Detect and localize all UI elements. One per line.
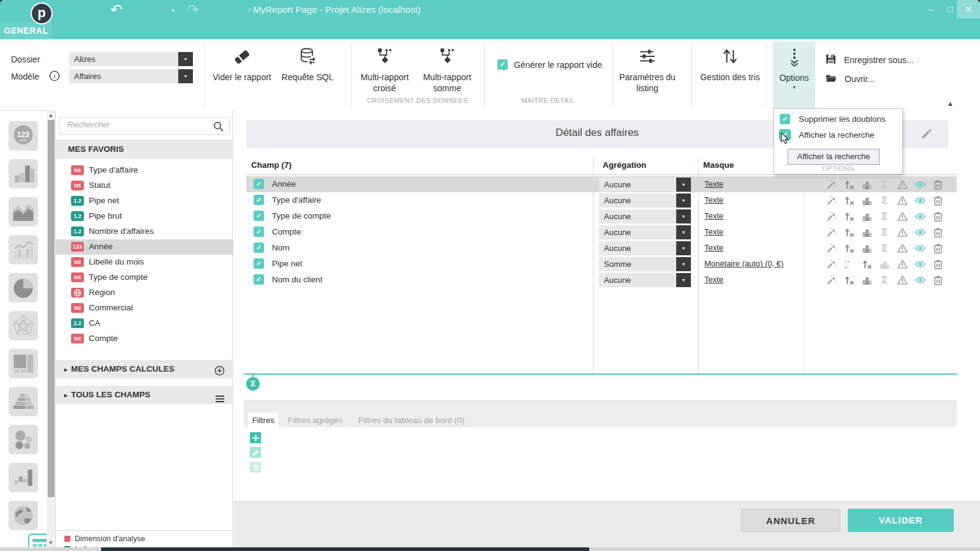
delete-trash-icon[interactable] xyxy=(932,195,943,206)
magic-wand-icon[interactable] xyxy=(826,258,837,269)
field-item[interactable]: txtCommercial xyxy=(56,301,233,316)
aggregation-select[interactable]: Somme▼ xyxy=(599,257,691,271)
delete-trash-icon[interactable] xyxy=(932,179,943,190)
visibility-eye-icon[interactable] xyxy=(914,227,925,238)
sort-remove-icon[interactable] xyxy=(843,179,854,190)
aggregation-select[interactable]: Aucune▼ xyxy=(599,209,691,223)
masque-link[interactable]: Texte xyxy=(704,243,723,252)
search-box[interactable] xyxy=(59,117,230,135)
magic-wand-icon[interactable] xyxy=(826,195,837,206)
ranking-icon[interactable]: 123 xyxy=(861,274,872,285)
row-checkbox[interactable]: ✓ xyxy=(254,227,264,237)
dossier-select-caret-icon[interactable]: ▼ xyxy=(178,52,193,66)
sigma-total-icon[interactable]: Σ xyxy=(246,377,260,391)
field-item[interactable]: 1.2Pipe brut xyxy=(56,209,233,224)
field-item[interactable]: txtType de compte xyxy=(56,270,233,285)
annuler-button[interactable]: ANNULER xyxy=(741,509,840,532)
supprimer-doublons-checkbox[interactable]: ✓ xyxy=(780,114,790,124)
chart-type-area[interactable] xyxy=(9,197,38,227)
chart-type-bubbles[interactable] xyxy=(9,425,38,454)
select-caret-icon[interactable]: ▼ xyxy=(676,193,691,208)
select-caret-icon[interactable]: ▼ xyxy=(676,209,691,223)
delete-trash-icon[interactable] xyxy=(932,242,943,253)
ranking-icon[interactable]: 123 xyxy=(861,179,872,190)
magic-wand-icon[interactable] xyxy=(826,227,837,238)
ribbon-collapse-icon[interactable]: ▲ xyxy=(947,100,954,107)
ranking-icon[interactable]: 123 xyxy=(861,242,872,253)
sigma-icon[interactable]: Σ xyxy=(879,211,890,222)
chart-type-radar[interactable] xyxy=(9,311,38,340)
sort-remove-icon[interactable] xyxy=(861,258,872,269)
ranking-icon[interactable]: 123 xyxy=(861,211,872,222)
select-caret-icon[interactable]: ▼ xyxy=(676,273,691,287)
sigma-icon[interactable]: Σ xyxy=(879,179,890,190)
visibility-eye-icon[interactable] xyxy=(914,258,925,269)
chart-type-waterfall[interactable] xyxy=(9,463,38,492)
table-row[interactable]: ✓Pipe net Somme▼ Monétaire (auto) (0, €)… xyxy=(246,256,957,272)
add-calculated-field-icon[interactable] xyxy=(214,364,225,383)
field-item[interactable]: txtLibellé du mois xyxy=(56,255,233,270)
chart-type-bar[interactable] xyxy=(9,159,38,189)
chart-type-map[interactable] xyxy=(9,501,38,530)
menu-hamburger-icon[interactable] xyxy=(215,391,225,410)
chart-type-combo[interactable] xyxy=(9,235,38,264)
enregistrer-sous-button[interactable]: Enregistrer sous... xyxy=(826,54,914,66)
tab-filtres[interactable]: Filtres xyxy=(248,413,279,428)
scroll-down-icon[interactable]: ▼ xyxy=(47,540,55,545)
visibility-eye-icon[interactable] xyxy=(914,179,925,190)
ranking-icon[interactable]: 123 xyxy=(861,227,872,238)
add-filter-button[interactable] xyxy=(250,432,261,443)
valider-button[interactable]: VALIDER xyxy=(848,509,954,532)
row-checkbox[interactable]: ✓ xyxy=(254,195,264,205)
gestion-tris-button[interactable]: Gestion des tris xyxy=(699,42,761,109)
table-row[interactable]: ✓Année Aucune▼ Texte 123Σ xyxy=(246,176,957,192)
field-item-selected[interactable]: 123Année xyxy=(56,239,233,255)
aggregation-select[interactable]: Aucune▼ xyxy=(599,193,691,208)
field-item[interactable]: Région xyxy=(56,285,233,301)
sort-remove-icon[interactable] xyxy=(843,274,854,285)
sort-remove-icon[interactable] xyxy=(843,242,854,253)
select-caret-icon[interactable]: ▼ xyxy=(676,178,691,192)
edit-filter-button[interactable] xyxy=(250,447,261,458)
delete-trash-icon[interactable] xyxy=(932,227,943,238)
visibility-eye-icon[interactable] xyxy=(914,195,925,206)
sigma-icon[interactable]: Σ xyxy=(879,195,890,206)
warning-icon[interactable] xyxy=(897,211,908,222)
table-row[interactable]: ✓Nom Aucune▼ Texte 123Σ xyxy=(246,240,957,256)
warning-icon[interactable] xyxy=(897,274,908,285)
info-icon[interactable]: i xyxy=(49,70,60,84)
row-checkbox[interactable]: ✓ xyxy=(254,274,264,285)
sigma-icon[interactable]: Σ xyxy=(879,227,890,238)
visibility-eye-icon[interactable] xyxy=(914,242,925,253)
close-button[interactable]: ✕ xyxy=(957,0,980,18)
chart-type-pie[interactable] xyxy=(9,273,38,302)
parametres-listing-button[interactable]: Paramètres du listing xyxy=(617,42,678,109)
warning-icon[interactable] xyxy=(897,195,908,206)
masque-link[interactable]: Texte xyxy=(704,227,723,236)
magic-wand-icon[interactable] xyxy=(826,211,837,222)
masque-link[interactable]: Monétaire (auto) (0, €) xyxy=(704,259,783,268)
row-checkbox[interactable]: ✓ xyxy=(254,179,264,189)
row-checkbox[interactable]: ✓ xyxy=(254,242,264,253)
aggregation-select[interactable]: Aucune▼ xyxy=(599,273,691,287)
masque-link[interactable]: Texte xyxy=(704,211,723,220)
table-row[interactable]: ✓Compte Aucune▼ Texte 123Σ xyxy=(246,224,957,240)
requete-sql-button[interactable]: Requête SQL xyxy=(277,42,338,109)
minimize-button[interactable]: – xyxy=(922,0,940,18)
tab-general[interactable]: GENERAL xyxy=(0,22,52,39)
tab-filtres-agreges[interactable]: Filtres agrégés xyxy=(288,413,342,428)
ranking-icon[interactable]: 123 xyxy=(861,195,872,206)
table-row[interactable]: ✓Nom du client Aucune▼ Texte 123Σ xyxy=(246,272,957,288)
options-button[interactable]: Options ▼ xyxy=(773,42,815,110)
menu-item-afficher-recherche[interactable]: ✓ Afficher la recherche xyxy=(780,130,875,140)
warning-icon[interactable] xyxy=(897,179,908,190)
field-item[interactable]: txtCompte xyxy=(56,331,233,347)
edit-title-pencil-icon[interactable] xyxy=(921,128,931,141)
tous-champs-header[interactable]: ▸TOUS LES CHAMPS xyxy=(56,386,233,404)
aggregation-select[interactable]: Aucune▼ xyxy=(599,178,691,192)
magic-wand-icon[interactable] xyxy=(826,274,837,285)
aggregation-select[interactable]: Aucune▼ xyxy=(599,225,691,239)
generer-rapport-vide-checkbox[interactable]: ✓ xyxy=(497,59,508,70)
delete-trash-icon[interactable] xyxy=(932,274,943,285)
masque-link[interactable]: Texte xyxy=(704,195,723,204)
